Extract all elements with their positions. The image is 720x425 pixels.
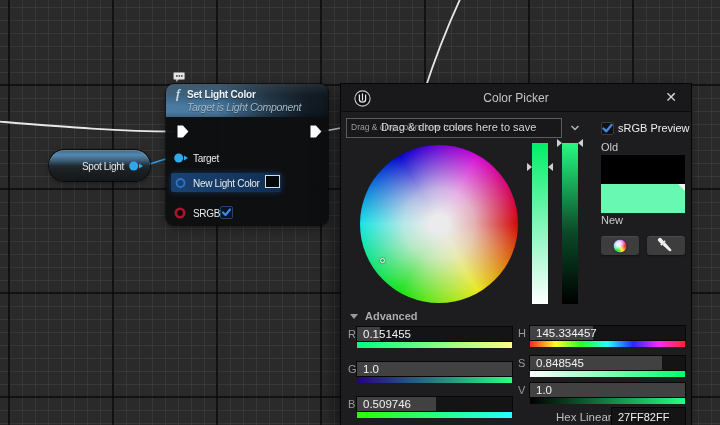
- srgb-pin-label: SRGB: [193, 207, 220, 218]
- srgb-node-checkbox[interactable]: [220, 206, 233, 219]
- channel-gradient-s[interactable]: [530, 371, 685, 377]
- new-color-swatch: [601, 184, 685, 213]
- channel-gradient-b[interactable]: [357, 412, 512, 418]
- advanced-label: Advanced: [365, 310, 418, 322]
- color-wheel-indicator[interactable]: [380, 258, 385, 263]
- hex-value: 27FF82FF: [618, 411, 669, 423]
- channel-fill-g: [357, 362, 512, 376]
- channel-input-b[interactable]: 0.509746: [357, 397, 512, 411]
- channel-input-r[interactable]: 0.151455: [357, 327, 512, 341]
- channel-gradient-r[interactable]: [357, 342, 512, 348]
- picker-titlebar[interactable]: Color Picker ✕: [341, 84, 691, 112]
- channel-gradient-v[interactable]: [530, 398, 685, 404]
- hex-linear-label: Hex Linear: [556, 411, 608, 423]
- advanced-expander[interactable]: Advanced: [350, 310, 418, 322]
- exec-wire-out-upper[interactable]: [424, 0, 462, 92]
- new-color-corner-notch: [678, 184, 685, 191]
- chevron-expanded-icon: [350, 314, 358, 319]
- channel-label-h: H: [518, 327, 526, 339]
- new-light-color-pin[interactable]: [175, 177, 187, 188]
- channel-value-v: 1.0: [536, 384, 552, 396]
- channel-value-b: 0.509746: [363, 398, 411, 410]
- pin-row-new-light-color[interactable]: New Light Color: [171, 173, 281, 192]
- node-header[interactable]: f Set Light Color Target is Light Compon…: [166, 84, 328, 117]
- channel-input-v[interactable]: 1.0: [530, 383, 685, 397]
- srgb-pin[interactable]: [174, 207, 186, 219]
- node-subtitle: Target is Light Component: [187, 101, 301, 113]
- new-color-label: New: [601, 214, 623, 226]
- target-pin[interactable]: [174, 153, 189, 163]
- target-pin-label: Target: [193, 152, 219, 163]
- color-themes-button[interactable]: [601, 236, 639, 255]
- pin-row-srgb: SRGB: [166, 203, 328, 222]
- color-picker-window: Color Picker ✕ Drag & drop colors here t…: [341, 84, 691, 425]
- channel-input-g[interactable]: 1.0: [357, 362, 512, 376]
- channel-value-s: 0.848545: [536, 357, 584, 369]
- close-icon[interactable]: ✕: [662, 87, 680, 107]
- color-wheel[interactable]: [360, 145, 518, 303]
- handle-arrow-right-icon: [578, 139, 583, 147]
- channel-gradient-h[interactable]: [530, 341, 685, 347]
- channel-fill-v: [530, 383, 685, 397]
- check-icon: [601, 122, 614, 135]
- node-spot-light[interactable]: Spot Light: [49, 150, 150, 181]
- value-slider[interactable]: [562, 143, 578, 304]
- node-title: Set Light Color: [187, 89, 256, 100]
- color-themes-icon: [614, 239, 627, 252]
- eyedropper-icon: [647, 236, 685, 255]
- exec-output-pin[interactable]: [310, 125, 322, 138]
- node-set-light-color[interactable]: f Set Light Color Target is Light Compon…: [166, 84, 328, 225]
- srgb-preview-label: sRGB Preview: [618, 122, 690, 134]
- saturation-slider[interactable]: [532, 143, 548, 304]
- channel-gradient-g[interactable]: [357, 377, 512, 383]
- comment-bubble-icon[interactable]: [173, 72, 186, 83]
- blueprint-editor: f Set Light Color Target is Light Compon…: [0, 0, 720, 425]
- channel-input-h[interactable]: 145.334457: [530, 326, 685, 340]
- handle-arrow-right-icon: [548, 163, 553, 171]
- picker-title: Color Picker: [341, 91, 691, 105]
- channel-input-s[interactable]: 0.848545: [530, 356, 685, 370]
- channel-value-h: 145.334457: [536, 327, 597, 339]
- handle-arrow-left-icon: [557, 139, 562, 147]
- new-light-color-swatch[interactable]: [265, 175, 280, 188]
- channel-label-s: S: [518, 357, 525, 369]
- check-icon: [221, 207, 232, 218]
- dropzone-tooltip: Drag & drop colors here to save: [381, 121, 531, 133]
- srgb-preview-checkbox[interactable]: [601, 122, 614, 135]
- hex-linear-input[interactable]: 27FF82FF: [612, 408, 685, 425]
- channel-label-v: V: [518, 384, 525, 396]
- chevron-down-icon[interactable]: [568, 120, 582, 136]
- handle-arrow-left-icon: [527, 163, 532, 171]
- pin-row-target: Target: [166, 148, 328, 167]
- spot-light-label: Spot Light: [82, 160, 124, 171]
- channel-value-g: 1.0: [363, 363, 379, 375]
- exec-input-pin[interactable]: [177, 125, 189, 138]
- spot-light-output-pin[interactable]: [129, 161, 144, 171]
- channel-value-r: 0.151455: [363, 328, 411, 340]
- eyedropper-button[interactable]: [647, 236, 685, 255]
- exec-wire-in[interactable]: [0, 122, 174, 132]
- old-color-label: Old: [601, 141, 618, 153]
- old-color-swatch: [601, 155, 685, 184]
- channel-label-b: B: [348, 398, 355, 410]
- channel-label-r: R: [348, 328, 356, 340]
- channel-label-g: G: [348, 363, 357, 375]
- new-light-color-label: New Light Color: [193, 177, 260, 188]
